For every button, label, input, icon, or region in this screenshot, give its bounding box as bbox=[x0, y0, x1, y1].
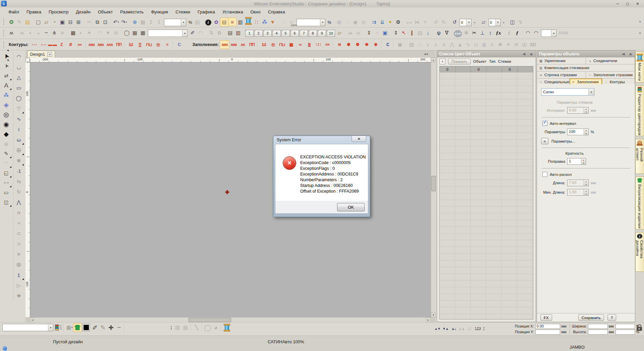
menu-item-9[interactable]: Графика bbox=[194, 8, 219, 16]
close-panel-icon[interactable] bbox=[529, 52, 534, 57]
zigzag-fill-icon[interactable]: ʌʌ bbox=[238, 41, 247, 49]
menu-item-12[interactable]: Справка bbox=[264, 8, 289, 16]
fx-edit-icon[interactable]: ƒ bbox=[513, 29, 521, 37]
params-more-label[interactable]: Параметры... bbox=[551, 139, 575, 143]
spiral-fill-icon[interactable]: ✺ bbox=[344, 41, 353, 49]
zoom-100-icon[interactable]: ◌100% bbox=[287, 18, 296, 26]
threads-dock-icon[interactable] bbox=[223, 323, 231, 332]
recall-preset-2-button[interactable]: 2 bbox=[254, 30, 263, 37]
satin-border-icon[interactable]: ʍʍ bbox=[87, 41, 96, 49]
recall-preset-7-button[interactable]: 7 bbox=[300, 30, 308, 37]
funnel-tool-icon[interactable]: ∇ bbox=[443, 29, 451, 37]
tab-pull-compensation[interactable]: ▥Компенсация стягивания bbox=[537, 64, 635, 71]
design-warp-icon[interactable]: ✿ bbox=[215, 29, 223, 37]
speed-gauge-icon[interactable]: ◠ bbox=[524, 29, 532, 37]
u-stitch-border-icon[interactable]: ⊓⊔ bbox=[145, 41, 154, 49]
outline-ring-tool-icon[interactable]: ◉ bbox=[1, 119, 12, 129]
zoom-icon[interactable]: ◌ bbox=[279, 18, 287, 26]
hoop-icon[interactable]: ◯ bbox=[123, 29, 131, 37]
lace-circle-icon[interactable]: ◍ bbox=[480, 41, 488, 49]
mirror-vertical-icon[interactable]: ⋈ bbox=[413, 18, 421, 26]
connection-settings-icon[interactable]: ⚙ bbox=[394, 18, 402, 26]
width-field[interactable] bbox=[588, 324, 608, 329]
curved-band-tool-icon[interactable]: ≈ bbox=[13, 218, 24, 228]
eyedropper-icon[interactable]: ✐ bbox=[91, 323, 99, 332]
rpm-combo[interactable]: ▾ bbox=[541, 30, 556, 37]
show-penetrations-icon[interactable]: ◌ bbox=[343, 18, 351, 26]
align-bottom-icon[interactable]: ▲▼ bbox=[433, 324, 441, 333]
travel-by-needle-icon[interactable]: ⇕ bbox=[365, 29, 373, 37]
palette-colors-icon[interactable] bbox=[54, 323, 62, 332]
minimize-button[interactable] bbox=[612, 1, 623, 7]
cross-stitch-fill-icon[interactable]: ×× bbox=[323, 41, 332, 49]
maximize-button[interactable] bbox=[623, 1, 633, 7]
sculpture-run-icon[interactable]: ▬ ▬ bbox=[48, 41, 57, 49]
close-panel-icon[interactable] bbox=[628, 52, 633, 57]
params-spinner[interactable]: 100▴▾ bbox=[567, 129, 589, 135]
kerning-pair-icon[interactable]: AA bbox=[346, 30, 354, 38]
horizontal-scroll-thumb[interactable] bbox=[189, 318, 231, 322]
align-middle-icon[interactable]: ▼▲ bbox=[441, 324, 449, 333]
dialog-title-bar[interactable]: System Error bbox=[275, 136, 368, 144]
light-stitch-icon[interactable]: ʍ bbox=[18, 29, 26, 37]
menu-item-1[interactable]: Файл bbox=[5, 8, 23, 16]
tab-connectors[interactable]: ↘Соединители bbox=[586, 57, 635, 64]
contour-fill-icon[interactable]: ≋ bbox=[335, 41, 344, 49]
digitizing-icon[interactable]: ✎ bbox=[15, 18, 23, 26]
close-button[interactable] bbox=[633, 1, 643, 7]
stop-function-icon[interactable]: STOP bbox=[454, 30, 462, 37]
e-stitch-border-icon[interactable]: ПП bbox=[114, 41, 123, 49]
thread-colors-icon[interactable]: ▥ bbox=[236, 18, 245, 26]
menu-item-2[interactable]: Правка bbox=[23, 8, 45, 16]
panel-title-bar[interactable]: Список Цвет-Объект bbox=[437, 51, 536, 57]
cross-stitch-icon[interactable]: Ж bbox=[512, 40, 520, 48]
remove-color-icon[interactable]: − bbox=[115, 323, 123, 332]
scroll-left-icon[interactable]: ◂ bbox=[30, 317, 35, 322]
arch-nodes-tool-icon[interactable]: ∩ bbox=[13, 207, 24, 218]
color-swap-tool-icon[interactable]: ⇄ bbox=[1, 71, 12, 81]
zigzag-run-icon[interactable]: Z bbox=[57, 41, 66, 49]
stitch-length-icon[interactable]: ↕ bbox=[486, 29, 494, 37]
freehand-tool-icon[interactable]: ≀ bbox=[13, 124, 24, 135]
spray-stitch-icon[interactable]: ʍ bbox=[34, 30, 42, 38]
coil-fill-icon[interactable]: ◎ bbox=[268, 41, 277, 49]
pos-x-field[interactable]: 0.00 bbox=[535, 324, 560, 329]
paste-icon[interactable]: ⊡ bbox=[101, 18, 109, 26]
apply-color-icon[interactable]: ✎ bbox=[99, 323, 107, 332]
recall-preset-4-button[interactable]: 4 bbox=[272, 30, 281, 37]
vector-shapes-icon[interactable]: ◐ bbox=[77, 29, 85, 37]
tab-scroll-arrows-icon[interactable]: ◂▸ bbox=[424, 52, 429, 56]
tie-in-icon[interactable]: ⊥ bbox=[478, 29, 486, 37]
align-top-icon[interactable]: ▲▵ bbox=[449, 324, 458, 333]
stitch-density-icon[interactable]: ∷ bbox=[253, 18, 261, 26]
mirror-horizontal-icon[interactable]: ⊳⊲ bbox=[405, 18, 413, 27]
sculpture-dots-icon[interactable]: ¦¦¦ bbox=[136, 41, 145, 49]
stamp-tool-icon[interactable]: ▼ bbox=[269, 18, 277, 26]
monogram-tool-icon[interactable]: ◈ bbox=[1, 100, 12, 110]
zoom-level-combo[interactable]: ▾ bbox=[297, 19, 325, 26]
entry-point-tool-icon[interactable]: 1 bbox=[13, 270, 24, 280]
skew-angle-combo[interactable]: 0▾ bbox=[489, 19, 501, 26]
help-button[interactable]: ? bbox=[607, 314, 616, 321]
nudge-icon[interactable]: ⇅ bbox=[207, 29, 215, 37]
florentine-fill-icon[interactable]: ❁ bbox=[353, 41, 362, 49]
stitch-list-icon[interactable]: ▥ bbox=[234, 29, 242, 37]
menu-item-5[interactable]: Объект bbox=[94, 8, 116, 16]
fancy-fill-icon[interactable]: ▨ bbox=[408, 41, 416, 49]
scale-combo[interactable]: ▾ bbox=[164, 19, 186, 26]
fan-fill-icon[interactable]: ❋ bbox=[496, 41, 504, 49]
show-unused-colors-icon[interactable]: ▧ bbox=[181, 323, 190, 332]
print-preview-icon[interactable]: ⊞ bbox=[74, 18, 83, 26]
reverse-curve-tool-icon[interactable]: ⇆ bbox=[13, 176, 24, 187]
current-color-icon[interactable] bbox=[83, 324, 90, 331]
tab-rhinestone-run[interactable]: ∞Строчка стразами bbox=[537, 71, 586, 78]
color-object-list-icon[interactable]: ≡ bbox=[228, 18, 236, 26]
program-ring-tool-icon[interactable]: ✾ bbox=[13, 155, 24, 166]
collapse-list-button[interactable] bbox=[439, 58, 445, 64]
fx-global-icon[interactable]: ƒ bbox=[505, 29, 513, 37]
star-shape-icon[interactable]: ✦ bbox=[85, 29, 93, 37]
arc-ccw-tool-icon[interactable]: ◡ bbox=[13, 62, 24, 72]
program-split-fill-icon[interactable]: Ш bbox=[259, 41, 268, 49]
menu-item-3[interactable]: Просмотр bbox=[45, 8, 72, 16]
skew-icon[interactable]: ▱ bbox=[480, 18, 488, 26]
